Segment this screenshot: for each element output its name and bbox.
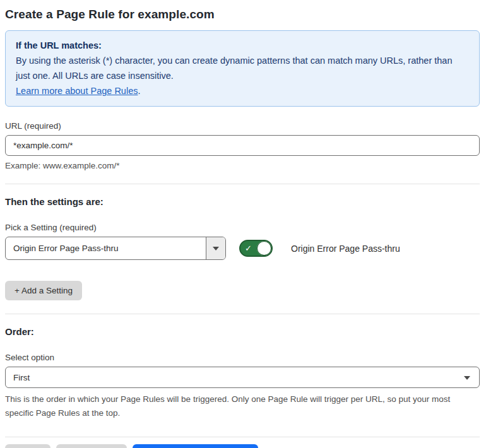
setting-toggle[interactable]: ✓ [239, 240, 273, 257]
setting-picker-value: Origin Error Page Pass-thru [6, 237, 206, 259]
setting-toggle-label: Origin Error Page Pass-thru [291, 244, 400, 254]
order-helper-text: This is the order in which your Page Rul… [5, 392, 480, 420]
cancel-button[interactable]: Cancel [5, 444, 50, 448]
check-icon: ✓ [245, 243, 252, 254]
add-setting-row: + Add a Setting [5, 281, 480, 300]
info-box-heading: If the URL matches: [16, 38, 469, 53]
footer-button-row: Cancel Save as Draft Save and Deploy Pag… [5, 444, 480, 448]
url-field-label: URL (required) [5, 121, 480, 131]
info-box-body: By using the asterisk (*) character, you… [16, 53, 469, 83]
order-select[interactable]: First [5, 367, 480, 388]
chevron-down-icon [464, 376, 470, 380]
order-select-label: Select option [5, 353, 480, 362]
settings-section-heading: Then the settings are: [5, 196, 480, 207]
link-suffix: . [138, 86, 140, 96]
chevron-down-icon [213, 247, 219, 251]
learn-more-link[interactable]: Learn more about Page Rules [16, 86, 138, 96]
page-title: Create a Page Rule for example.com [5, 8, 480, 21]
setting-picker-dropdown[interactable]: Origin Error Page Pass-thru [5, 237, 226, 260]
order-section-heading: Order: [5, 326, 480, 337]
divider [5, 184, 480, 184]
toggle-knob [257, 241, 271, 256]
setting-picker-label: Pick a Setting (required) [5, 223, 480, 232]
setting-picker-row: Origin Error Page Pass-thru ✓ Origin Err… [5, 237, 480, 260]
order-select-value: First [13, 373, 30, 382]
url-input[interactable] [5, 135, 480, 156]
url-field-helper: Example: www.example.com/* [5, 161, 480, 170]
add-setting-button[interactable]: + Add a Setting [5, 281, 82, 300]
info-box-link-line: Learn more about Page Rules. [16, 83, 469, 98]
divider [5, 437, 480, 437]
url-match-info-box: If the URL matches: By using the asteris… [5, 30, 480, 107]
save-and-deploy-button[interactable]: Save and Deploy Page Rule [133, 444, 259, 448]
create-page-rule-form: Create a Page Rule for example.com If th… [0, 0, 486, 448]
setting-picker-arrow-button[interactable] [206, 237, 225, 259]
divider [5, 314, 480, 314]
save-as-draft-button[interactable]: Save as Draft [56, 444, 127, 448]
setting-toggle-wrap: ✓ Origin Error Page Pass-thru [239, 240, 400, 257]
